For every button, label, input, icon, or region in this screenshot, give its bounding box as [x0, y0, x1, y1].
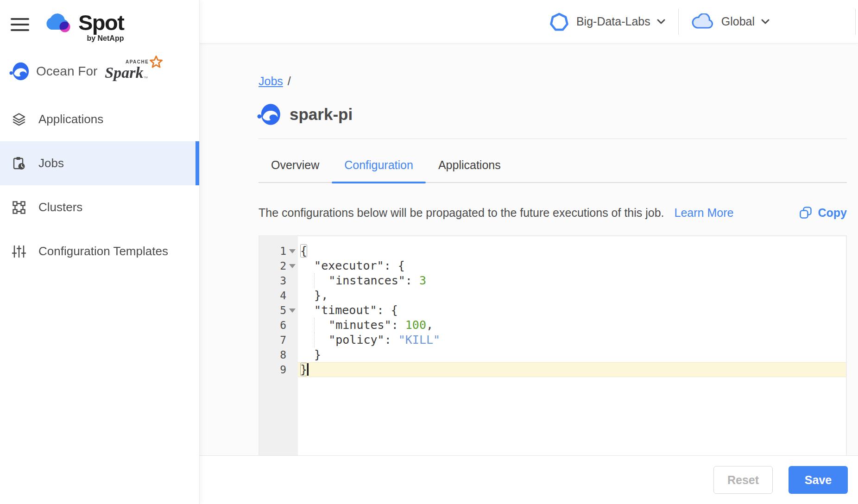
save-button[interactable]: Save	[789, 466, 848, 494]
gutter-line-number: 5	[259, 303, 298, 318]
json-config-editor[interactable]: 123456789 { "executor": { "instances": 3…	[259, 235, 847, 456]
code-line[interactable]: }	[298, 347, 846, 362]
copy-label: Copy	[818, 206, 847, 220]
chevron-down-icon	[657, 19, 665, 24]
job-spark-icon	[257, 102, 281, 126]
gutter-line-number: 8	[259, 347, 298, 362]
code-line[interactable]: "instances": 3	[298, 273, 846, 288]
apache-spark-logo: APACHE Spark™	[105, 62, 160, 81]
sidebar-item-applications[interactable]: Applications	[0, 97, 199, 141]
tab-label: Configuration	[344, 158, 413, 172]
code-token: {	[300, 244, 307, 258]
code-token: :	[385, 333, 398, 346]
code-token	[300, 333, 314, 346]
code-line[interactable]: "executor": {	[298, 258, 846, 273]
region-name: Global	[721, 15, 755, 28]
title-divider	[259, 139, 847, 139]
header-end-divider	[855, 9, 856, 35]
gutter-line-number: 9	[259, 362, 298, 377]
code-token: : {	[377, 303, 398, 317]
copy-icon	[799, 206, 812, 219]
tab-applications[interactable]: Applications	[426, 148, 513, 182]
gutter-line-number: 1	[259, 244, 298, 258]
code-token: 3	[419, 274, 426, 287]
fold-arrow-icon[interactable]	[289, 249, 296, 253]
breadcrumb-jobs-link[interactable]: Jobs	[259, 75, 283, 88]
sidebar: Spot by NetApp Ocean For APACHE	[0, 0, 200, 504]
code-line[interactable]: {	[298, 244, 846, 258]
layers-icon	[12, 112, 26, 127]
sidebar-item-label: Applications	[38, 112, 103, 126]
gutter-line-number: 2	[259, 258, 298, 273]
product-name-prefix: Ocean For	[36, 64, 97, 79]
spark-star-icon	[150, 56, 163, 69]
ocean-wave-icon	[9, 61, 30, 82]
learn-more-link[interactable]: Learn More	[675, 206, 734, 220]
product-ocean-for-spark[interactable]: Ocean For APACHE Spark™	[9, 61, 160, 82]
editor-code-area[interactable]: { "executor": { "instances": 3 }, "timeo…	[298, 236, 846, 456]
reset-button[interactable]: Reset	[713, 466, 773, 494]
code-token	[315, 333, 328, 346]
spot-byline: by NetApp	[87, 34, 124, 43]
fold-arrow-icon[interactable]	[289, 264, 296, 268]
gutter-line-number: 4	[259, 288, 298, 303]
code-line[interactable]: "timeout": {	[298, 303, 846, 318]
config-description: The configurations below will be propaga…	[259, 206, 664, 220]
sidebar-item-label: Jobs	[38, 156, 64, 170]
code-line[interactable]: "minutes": 100,	[298, 318, 846, 333]
code-token	[300, 289, 314, 302]
code-token: }	[300, 363, 307, 376]
hamburger-menu-icon[interactable]	[11, 18, 29, 31]
code-token	[300, 303, 314, 317]
tab-configuration[interactable]: Configuration	[332, 148, 426, 182]
code-token: ,	[426, 318, 433, 332]
sidebar-nav: Applications Jobs	[0, 97, 199, 273]
app-root: Spot by NetApp Ocean For APACHE	[0, 0, 858, 504]
org-heptagon-icon	[549, 12, 569, 32]
code-token	[300, 348, 314, 361]
region-switcher[interactable]: Global	[692, 13, 770, 30]
page-title-row: spark-pi	[257, 102, 353, 126]
code-line[interactable]: "policy": "KILL"	[298, 333, 846, 347]
gutter-line-number: 7	[259, 333, 298, 347]
sidebar-item-jobs[interactable]: Jobs	[0, 141, 199, 185]
spot-logo[interactable]: Spot by NetApp	[44, 12, 124, 43]
code-token: 100	[405, 318, 426, 332]
page-title: spark-pi	[290, 105, 353, 124]
chevron-down-icon	[761, 19, 770, 24]
cluster-nodes-icon	[12, 200, 26, 215]
spot-cloud-icon	[44, 12, 73, 33]
tab-label: Applications	[438, 158, 501, 172]
config-description-row: The configurations below will be propaga…	[259, 204, 847, 221]
tab-overview[interactable]: Overview	[259, 148, 332, 182]
tab-bar: Overview Configuration Applications	[259, 148, 847, 183]
sliders-icon	[12, 244, 26, 259]
org-switcher[interactable]: Big-Data-Labs	[549, 12, 665, 32]
tab-label: Overview	[271, 158, 319, 172]
code-line[interactable]: }	[298, 362, 846, 377]
spark-wordmark: Spark	[105, 64, 143, 81]
spark-trademark: ™	[143, 76, 148, 81]
main-content: Jobs/ spark-pi Overview Configuration Ap…	[199, 43, 858, 455]
code-token	[315, 274, 328, 287]
apache-label: APACHE	[126, 59, 149, 64]
code-line[interactable]: },	[298, 288, 846, 303]
copy-button[interactable]: Copy	[799, 206, 847, 220]
code-token	[315, 318, 328, 332]
active-nav-indicator	[196, 141, 199, 185]
code-token: : {	[384, 259, 405, 272]
sidebar-item-label: Configuration Templates	[38, 244, 168, 258]
code-token: "instances"	[328, 274, 405, 287]
code-token: "policy"	[328, 333, 384, 346]
sidebar-item-configuration-templates[interactable]: Configuration Templates	[0, 229, 199, 273]
code-token: "timeout"	[314, 303, 377, 317]
gutter-line-number: 6	[259, 318, 298, 333]
sidebar-item-label: Clusters	[38, 200, 82, 214]
gutter-line-number: 3	[259, 273, 298, 288]
code-token	[300, 259, 314, 272]
code-token	[300, 318, 314, 332]
sidebar-item-clusters[interactable]: Clusters	[0, 185, 199, 229]
breadcrumb: Jobs/	[259, 75, 291, 88]
fold-arrow-icon[interactable]	[289, 309, 296, 313]
code-token: "KILL"	[398, 333, 440, 346]
